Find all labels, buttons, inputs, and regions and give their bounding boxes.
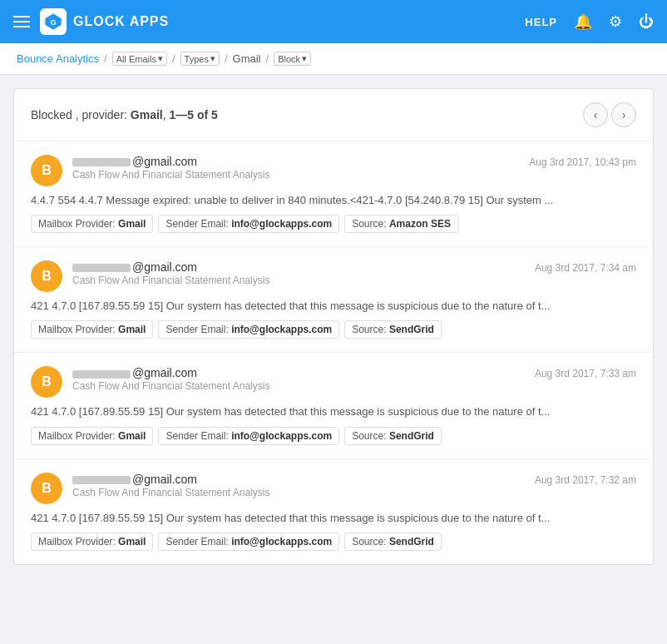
email-body: 4.4.7 554 4.4.7 Message expired: unable …	[31, 193, 636, 208]
breadcrumb-block[interactable]: Block ▾	[274, 52, 311, 66]
avatar: B	[31, 473, 62, 504]
email-subject: Cash Flow And Financial Statement Analys…	[72, 275, 636, 286]
email-addr-row: @gmail.com Aug 3rd 2017, 7:32 am	[72, 473, 636, 486]
email-tag: Source: SendGrid	[344, 533, 442, 551]
email-row1: B @gmail.com Aug 3rd 2017, 7:34 am Cash …	[31, 260, 636, 292]
email-addr-row: @gmail.com Aug 3rd 2017, 7:34 am	[72, 260, 636, 274]
email-address[interactable]: @gmail.com	[72, 473, 197, 486]
email-tag: Mailbox Provider: Gmail	[31, 427, 153, 445]
email-tag: Mailbox Provider: Gmail	[31, 215, 153, 233]
pagination: ‹ ›	[583, 102, 636, 127]
email-tag: Mailbox Provider: Gmail	[31, 320, 153, 339]
email-item: B @gmail.com Aug 3rd 2017, 7:32 am Cash …	[14, 459, 653, 564]
email-tag: Sender Email: info@glockapps.com	[158, 215, 339, 233]
breadcrumb-sep-3: /	[225, 52, 228, 65]
email-item: B @gmail.com Aug 3rd 2017, 7:33 am Cash …	[14, 353, 653, 458]
breadcrumb-bounce-analytics[interactable]: Bounce Analytics	[17, 52, 99, 65]
emails-card: Blocked , provider: Gmail, 1—5 of 5 ‹ › …	[13, 88, 654, 565]
avatar: B	[31, 155, 62, 186]
email-body: 421 4.7.0 [167.89.55.59 15] Our system h…	[31, 404, 636, 419]
pagination-next[interactable]: ›	[611, 102, 636, 127]
email-addr-row: @gmail.com Aug 3rd 2017, 7:33 am	[72, 366, 636, 379]
hamburger-menu[interactable]	[13, 16, 30, 27]
breadcrumb-sep-4: /	[266, 52, 269, 65]
email-row1: B @gmail.com Aug 3rd 2017, 7:32 am Cash …	[31, 473, 636, 504]
nav-right: HELP 🔔 ⚙ ⏻	[525, 12, 654, 31]
email-addr-row: @gmail.com Aug 3rd 2017, 10:43 pm	[72, 155, 636, 168]
card-header: Blocked , provider: Gmail, 1—5 of 5 ‹ ›	[14, 89, 653, 141]
breadcrumb-gmail: Gmail	[233, 52, 261, 65]
logo-area: G GLOCK APPS	[40, 8, 169, 35]
email-info: @gmail.com Aug 3rd 2017, 7:32 am Cash Fl…	[72, 473, 636, 498]
avatar: B	[31, 366, 62, 398]
settings-icon[interactable]: ⚙	[609, 12, 622, 31]
app-logo-icon: G	[40, 8, 67, 35]
email-time: Aug 3rd 2017, 7:33 am	[535, 368, 636, 379]
redacted-name	[72, 158, 131, 166]
email-time: Aug 3rd 2017, 10:43 pm	[529, 156, 636, 168]
svg-text:G: G	[50, 18, 56, 27]
email-address[interactable]: @gmail.com	[72, 260, 197, 274]
breadcrumb-sep-1: /	[104, 52, 107, 65]
email-subject: Cash Flow And Financial Statement Analys…	[72, 487, 636, 498]
breadcrumb-types[interactable]: Types ▾	[180, 52, 220, 66]
email-tags: Mailbox Provider: GmailSender Email: inf…	[31, 427, 636, 445]
email-row1: B @gmail.com Aug 3rd 2017, 7:33 am Cash …	[31, 366, 636, 398]
email-time: Aug 3rd 2017, 7:34 am	[535, 262, 636, 274]
email-tag: Mailbox Provider: Gmail	[31, 533, 153, 551]
email-tag: Source: Amazon SES	[344, 215, 458, 233]
email-tag: Sender Email: info@glockapps.com	[158, 533, 339, 551]
email-tags: Mailbox Provider: GmailSender Email: inf…	[31, 320, 636, 339]
pagination-prev[interactable]: ‹	[583, 102, 608, 127]
redacted-name	[72, 370, 131, 379]
email-row1: B @gmail.com Aug 3rd 2017, 10:43 pm Cash…	[31, 155, 636, 186]
nav-left: G GLOCK APPS	[13, 8, 169, 35]
main-content: Blocked , provider: Gmail, 1—5 of 5 ‹ › …	[0, 75, 667, 578]
email-info: @gmail.com Aug 3rd 2017, 7:33 am Cash Fl…	[72, 366, 636, 392]
email-body: 421 4.7.0 [167.89.55.59 15] Our system h…	[31, 299, 636, 314]
top-nav: G GLOCK APPS HELP 🔔 ⚙ ⏻	[0, 0, 667, 43]
email-subject: Cash Flow And Financial Statement Analys…	[72, 169, 636, 181]
email-body: 421 4.7.0 [167.89.55.59 15] Our system h…	[31, 511, 636, 526]
email-item: B @gmail.com Aug 3rd 2017, 10:43 pm Cash…	[14, 141, 653, 247]
redacted-name	[72, 476, 131, 484]
breadcrumb-sep-2: /	[172, 52, 175, 65]
breadcrumb-all-emails[interactable]: All Emails ▾	[112, 52, 167, 66]
email-list: B @gmail.com Aug 3rd 2017, 10:43 pm Cash…	[14, 141, 653, 564]
card-header-title: Blocked , provider: Gmail, 1—5 of 5	[31, 108, 218, 121]
notifications-icon[interactable]: 🔔	[574, 12, 592, 31]
email-tag: Source: SendGrid	[344, 427, 442, 445]
email-address[interactable]: @gmail.com	[72, 155, 197, 168]
email-tag: Source: SendGrid	[344, 320, 442, 339]
email-tag: Sender Email: info@glockapps.com	[158, 320, 339, 339]
redacted-name	[72, 264, 131, 272]
breadcrumb: Bounce Analytics / All Emails ▾ / Types …	[0, 43, 667, 75]
email-tags: Mailbox Provider: GmailSender Email: inf…	[31, 533, 636, 551]
avatar: B	[31, 260, 62, 292]
email-time: Aug 3rd 2017, 7:32 am	[535, 474, 636, 486]
power-icon[interactable]: ⏻	[639, 13, 654, 31]
email-tag: Sender Email: info@glockapps.com	[158, 427, 339, 445]
email-info: @gmail.com Aug 3rd 2017, 10:43 pm Cash F…	[72, 155, 636, 181]
app-title: GLOCK APPS	[73, 14, 169, 29]
email-info: @gmail.com Aug 3rd 2017, 7:34 am Cash Fl…	[72, 260, 636, 286]
help-link[interactable]: HELP	[525, 16, 557, 28]
email-subject: Cash Flow And Financial Statement Analys…	[72, 380, 636, 392]
email-tags: Mailbox Provider: GmailSender Email: inf…	[31, 215, 636, 233]
email-item: B @gmail.com Aug 3rd 2017, 7:34 am Cash …	[14, 247, 653, 353]
email-address[interactable]: @gmail.com	[72, 366, 197, 379]
